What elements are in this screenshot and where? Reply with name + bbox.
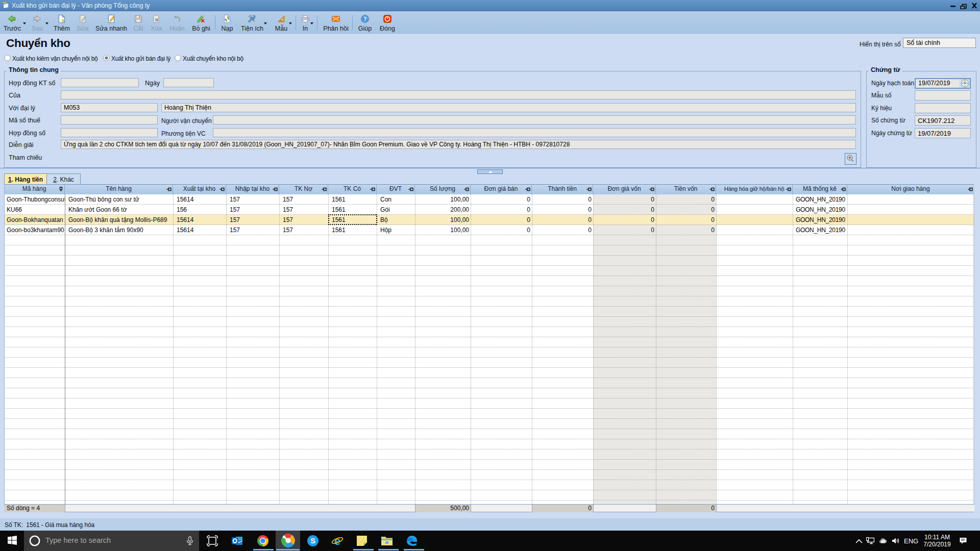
svg-text:?: ? [363, 16, 367, 22]
svg-text:e: e [334, 535, 340, 547]
svg-text:S: S [310, 536, 315, 545]
